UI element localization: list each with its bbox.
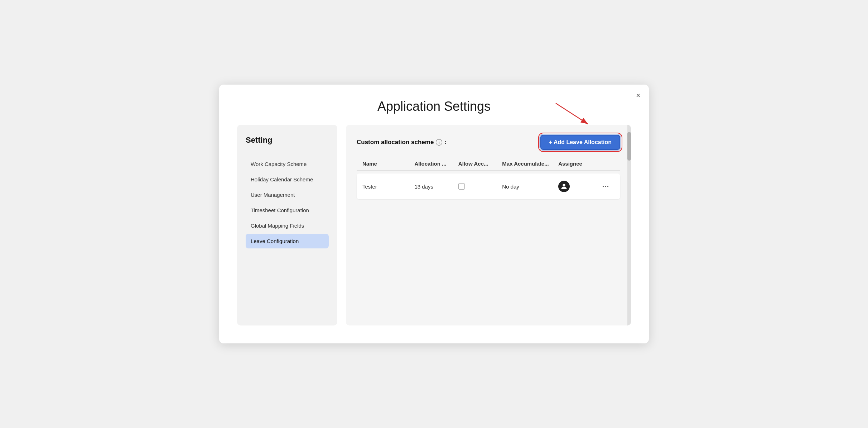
- col-allow-acc: Allow Acc...: [458, 161, 499, 167]
- add-leave-allocation-button[interactable]: + Add Leave Allocation: [540, 135, 620, 150]
- sidebar-title: Setting: [246, 135, 329, 150]
- settings-sidebar: Setting Work Capacity Scheme Holiday Cal…: [237, 125, 337, 325]
- sidebar-navigation: Work Capacity Scheme Holiday Calendar Sc…: [246, 157, 329, 248]
- section-header: Custom allocation scheme i : + Add Leave…: [357, 135, 620, 150]
- col-max-accumulate: Max Accumulate...: [502, 161, 555, 167]
- scrollbar-thumb[interactable]: [627, 132, 631, 161]
- row-more-options[interactable]: ···: [602, 182, 614, 191]
- sidebar-item-work-capacity[interactable]: Work Capacity Scheme: [246, 157, 329, 171]
- modal-title: Application Settings: [237, 99, 631, 114]
- svg-point-2: [563, 184, 565, 186]
- scrollbar-track[interactable]: [627, 125, 631, 325]
- allow-acc-checkbox[interactable]: [458, 183, 465, 190]
- table-header: Name Allocation ... Allow Acc... Max Acc…: [357, 157, 620, 171]
- modal-body: Setting Work Capacity Scheme Holiday Cal…: [237, 125, 631, 325]
- sidebar-item-global-mapping[interactable]: Global Mapping Fields: [246, 218, 329, 233]
- modal: × Application Settings Setting Work Capa…: [219, 85, 649, 343]
- sidebar-item-user-management[interactable]: User Management: [246, 187, 329, 202]
- sidebar-item-holiday-calendar[interactable]: Holiday Calendar Scheme: [246, 172, 329, 187]
- col-allocation: Allocation ...: [414, 161, 455, 167]
- col-assignee: Assignee: [558, 161, 599, 167]
- sidebar-item-leave-config[interactable]: Leave Configuration: [246, 234, 329, 248]
- cell-assignee: [558, 181, 599, 192]
- col-actions: [602, 161, 614, 167]
- main-content-area: Custom allocation scheme i : + Add Leave…: [346, 125, 631, 325]
- allocation-table: Name Allocation ... Allow Acc... Max Acc…: [357, 157, 620, 199]
- cell-max-accumulate: No day: [502, 184, 555, 190]
- col-name: Name: [362, 161, 411, 167]
- cell-allocation: 13 days: [414, 184, 455, 190]
- cell-allow-acc[interactable]: [458, 183, 499, 190]
- info-icon[interactable]: i: [436, 139, 442, 146]
- sidebar-item-timesheet-config[interactable]: Timesheet Configuration: [246, 203, 329, 218]
- avatar: [558, 181, 570, 192]
- table-row: Tester 13 days No day: [357, 173, 620, 199]
- section-label: Custom allocation scheme i :: [357, 139, 447, 146]
- cell-name: Tester: [362, 184, 411, 190]
- close-button[interactable]: ×: [636, 92, 640, 99]
- user-avatar-icon: [560, 182, 568, 190]
